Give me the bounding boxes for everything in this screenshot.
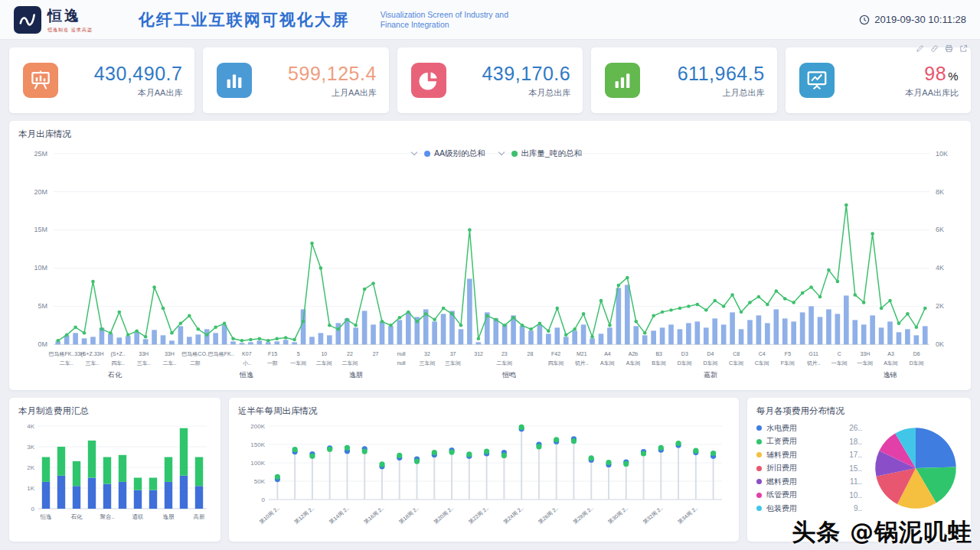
print-icon[interactable] [945,44,953,53]
edit-icon[interactable] [916,44,924,53]
svg-text:三车间: 三车间 [445,360,461,366]
kpi-label: 本月AA出库比 [835,87,959,99]
pie-legend-item[interactable]: 工资费用18.. [756,435,870,449]
svg-text:A3: A3 [887,351,894,356]
legend-label: 工资费用 [766,436,797,447]
kpi-card-1: 430,490.7本月AA出库 [9,47,194,113]
link-icon[interactable] [930,44,939,53]
panel-weekly-outbound: 近半年每周出库情况 200K150K100K50K0第10周 2..第12周 2… [229,398,739,542]
svg-text:第14周 2..: 第14周 2.. [328,505,350,525]
svg-text:B车间: B车间 [652,360,666,366]
svg-text:二车间: 二车间 [316,360,332,366]
logo-icon [14,6,41,34]
svg-text:D车间: D车间 [703,360,717,366]
svg-text:6K: 6K [936,226,944,234]
svg-text:三车..: 三车.. [86,360,100,366]
svg-text:(S+Z..: (S+Z.. [110,351,125,357]
svg-text:D4: D4 [707,351,714,356]
svg-text:150K: 150K [250,441,265,448]
svg-text:C车间: C车间 [755,360,769,366]
popout-icon[interactable] [959,44,968,53]
kpi-unit: % [948,70,959,83]
legend-value: 11.. [850,477,870,486]
legend-item[interactable]: 出库量_吨的总和 [511,148,582,159]
svg-text:0M: 0M [38,340,47,348]
pie-legend-item[interactable]: 燃料费用11.. [756,475,870,489]
kpi-card-4: 611,964.5上月总出库 [591,47,776,113]
svg-text:15M: 15M [34,226,47,234]
kpi-value: 599,125.4 [252,63,376,85]
legend-value: 17.. [849,451,870,459]
pie-legend-item[interactable]: 辅料费用17.. [756,448,870,462]
svg-text:5M: 5M [38,302,47,310]
watermark: 头条 @锅泥叽蛙 [792,516,972,548]
pie-legend-item[interactable]: 折旧费用15.. [756,462,870,476]
svg-text:0K: 0K [936,340,944,348]
legend-value: 26.. [849,424,870,432]
logo-text: 恒逸 [47,6,93,26]
svg-text:1K: 1K [27,485,34,492]
svg-text:聚合..: 聚合.. [100,513,114,520]
kpi-label: 上月AA出库 [252,87,376,99]
kpi-label: 本月AA出库 [58,87,182,99]
svg-text:二车间: 二车间 [496,360,512,366]
combo-chart[interactable]: 25M10K20M8K15M6K10M4K5M2K0M0K巴马格FK..33H二… [18,145,962,383]
svg-text:A2b: A2b [629,351,639,356]
svg-text:三车..: 三车.. [137,360,151,366]
kpi-label: 上月总出库 [640,87,764,99]
svg-text:第34周 2..: 第34周 2.. [677,505,699,525]
kpi-card-2: 599,125.4上月AA出库 [203,47,388,113]
logo-tagline: 恒逸制造 追求高远 [47,27,93,34]
legend-dot [511,151,518,157]
svg-text:C车间: C车间 [729,360,743,366]
svg-text:第32周 2..: 第32周 2.. [642,505,664,525]
pie-legend-item[interactable]: 纸管费用10.. [756,489,870,503]
report-toolbar [916,44,968,53]
legend-item[interactable]: AA级别的总和 [424,148,485,159]
kpi-card-5: 98%本月AA出库比 [786,47,971,113]
svg-text:二车间: 二车间 [341,360,358,366]
svg-text:A车间: A车间 [626,360,641,366]
panel-monthly-outbound: 本月出库情况 AA级别的总和出库量_吨的总和 25M10K20M8K15M6K1… [9,121,971,390]
svg-text:C8: C8 [733,351,740,356]
svg-text:二车..: 二车.. [60,360,74,366]
svg-text:25M: 25M [34,150,47,158]
svg-text:312: 312 [474,351,483,356]
legend-label: 燃料费用 [766,477,797,487]
svg-text:通联: 通联 [132,513,145,520]
panel-title-monthly-outbound: 本月出库情况 [18,129,962,140]
panel-title-expense: 每月各项费用分布情况 [756,405,962,417]
kpi-value: 430,490.7 [58,63,182,85]
page-subtitle: Visualization Screen of Industry and Fin… [381,10,508,30]
svg-text:一车间: 一车间 [831,360,848,366]
legend-value: 15.. [849,464,870,473]
chart-legend: AA级别的总和出库量_吨的总和 [398,148,582,159]
svg-text:F15: F15 [268,351,277,356]
panel-cost-summary: 本月制造费用汇总 4K3K2K1K0恒逸石化聚合..通联逸朋高新 [9,398,220,542]
svg-text:20M: 20M [34,188,47,196]
svg-text:10K: 10K [936,150,948,158]
pie-legend-item[interactable]: 水电费用26.. [756,421,870,435]
svg-text:一车间: 一车间 [290,360,306,366]
svg-text:逸朋: 逸朋 [163,513,175,520]
legend-label: 纸管费用 [766,490,797,500]
legend-dot [756,506,762,511]
lollipop-chart[interactable]: 200K150K100K50K0第10周 2..第12周 2..第14周 2..… [238,420,730,536]
pie-legend-item[interactable]: 包装费用9.. [756,502,870,516]
svg-text:8K: 8K [936,188,944,196]
logo: 恒逸 恒逸制造 追求高远 [14,6,93,34]
svg-text:高新: 高新 [194,513,206,520]
legend-dot [756,479,762,484]
svg-text:50K: 50K [254,478,266,485]
svg-text:33H: 33H [139,351,149,356]
chevron-down-icon[interactable] [411,149,417,155]
stacked-bar-chart[interactable]: 4K3K2K1K0恒逸石化聚合..通联逸朋高新 [18,420,211,536]
svg-text:37: 37 [450,351,456,356]
svg-text:0: 0 [31,506,35,513]
pie-legend: 水电费用26..工资费用18..辅料费用17..折旧费用15..燃料费用11..… [756,421,870,516]
svg-text:4K: 4K [936,264,944,272]
pie-chart[interactable] [870,422,962,514]
svg-text:第10周 2..: 第10周 2.. [258,505,280,525]
legend-dot [756,439,762,444]
chevron-down-icon[interactable] [498,149,504,155]
